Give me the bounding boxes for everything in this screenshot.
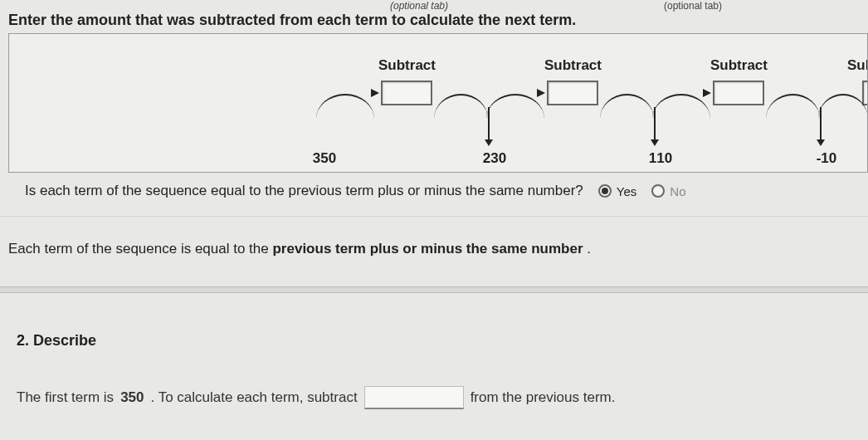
- arrow-into-box-3: [703, 89, 711, 97]
- term-3: 110: [636, 150, 685, 167]
- radio-no-label: No: [670, 184, 685, 198]
- subtract-label-3: Subtract: [710, 57, 768, 74]
- radio-no-circle-icon: [651, 184, 665, 198]
- statement-text: Each term of the sequence is equal to th…: [8, 241, 591, 257]
- describe-mid: . To calculate each term, subtract: [151, 389, 358, 406]
- arrow-into-box-2: [537, 89, 545, 97]
- question-row: Is each term of the sequence equal to th…: [25, 183, 860, 199]
- radio-group: Yes No: [598, 184, 686, 198]
- describe-row: The first term is 350 . To calculate eac…: [17, 386, 615, 409]
- subtract-input-2[interactable]: [547, 81, 598, 105]
- arc-3: [652, 94, 710, 119]
- radio-yes-circle-icon: [598, 184, 612, 198]
- instruction-text: Enter the amount that was subtracted fro…: [8, 12, 576, 29]
- top-optional-labels: (optional tab) (optional tab): [0, 0, 868, 10]
- statement-bold: previous term plus or minus the same num…: [272, 241, 583, 257]
- subtract-label-2: Subtract: [544, 57, 602, 74]
- describe-pre: The first term is: [17, 389, 114, 406]
- arrow-to-term-4: [820, 107, 822, 144]
- question-text: Is each term of the sequence equal to th…: [25, 183, 583, 199]
- term-4: -10: [802, 150, 851, 167]
- subtract-input-3[interactable]: [713, 81, 764, 105]
- top-label-left: (optional tab): [390, 0, 448, 12]
- subtract-value-input[interactable]: [364, 386, 464, 409]
- subtract-label-4: Subtr: [847, 57, 868, 74]
- top-label-right: (optional tab): [664, 0, 722, 12]
- term-2: 230: [470, 150, 519, 167]
- radio-no[interactable]: No: [651, 184, 685, 198]
- arc-1: [316, 94, 374, 119]
- term-1: 350: [300, 150, 349, 167]
- radio-yes-label: Yes: [617, 184, 636, 198]
- arc-2: [486, 94, 544, 119]
- section-2-heading: 2. Describe: [17, 332, 96, 350]
- describe-post: from the previous term.: [471, 389, 616, 406]
- arrow-to-term-3: [654, 107, 656, 144]
- arc-out-3: [766, 94, 820, 119]
- arc-out-1: [434, 94, 488, 119]
- statement-prefix: Each term of the sequence is equal to th…: [8, 241, 272, 257]
- subtract-input-1[interactable]: [381, 81, 432, 105]
- subtract-label-1: Subtract: [378, 57, 436, 74]
- arrow-to-term-2: [488, 107, 490, 144]
- statement-suffix: .: [583, 241, 591, 257]
- sequence-diagram: Subtract Subtract Subtract Subtr 350 230…: [8, 33, 868, 173]
- divider-2: [0, 286, 868, 293]
- arc-out-2: [600, 94, 654, 119]
- arc-4: [818, 94, 868, 119]
- subtract-input-4[interactable]: [862, 81, 868, 105]
- arrow-into-box-1: [371, 89, 379, 97]
- first-term: 350: [120, 389, 144, 406]
- radio-yes[interactable]: Yes: [598, 184, 636, 198]
- divider-1: [0, 216, 868, 218]
